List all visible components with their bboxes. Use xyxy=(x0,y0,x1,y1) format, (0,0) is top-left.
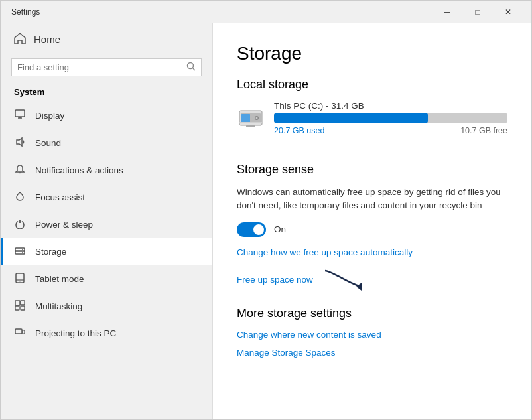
storage-icon xyxy=(14,245,26,258)
search-icon xyxy=(186,62,196,73)
sidebar-home[interactable]: Home xyxy=(1,23,212,56)
tablet-icon xyxy=(14,273,26,285)
svg-point-10 xyxy=(22,252,23,253)
storage-sense-desc: Windows can automatically free up space … xyxy=(237,186,507,213)
projecting-icon xyxy=(14,327,26,340)
home-icon xyxy=(14,33,26,46)
svg-rect-26 xyxy=(246,125,255,127)
free-up-space-row: Free up space now xyxy=(237,265,507,295)
arrow-annotation xyxy=(318,265,371,295)
notifications-label: Notifications & actions xyxy=(35,165,123,175)
minimize-button[interactable]: ─ xyxy=(432,3,462,21)
change-content-link[interactable]: Change where new content is saved xyxy=(237,330,507,340)
svg-rect-16 xyxy=(15,306,19,310)
toggle-row: On xyxy=(237,222,507,237)
manage-spaces-link[interactable]: Manage Storage Spaces xyxy=(237,348,507,358)
svg-rect-2 xyxy=(15,110,25,117)
svg-rect-27 xyxy=(239,122,262,123)
page-title: Storage xyxy=(237,43,507,64)
used-text: 20.7 GB used xyxy=(274,126,324,135)
power-icon xyxy=(14,218,26,231)
main-content: Storage Local storage This P xyxy=(213,23,531,419)
close-button[interactable]: ✕ xyxy=(493,3,523,21)
storage-label: Storage xyxy=(35,247,66,257)
sidebar-item-storage[interactable]: Storage xyxy=(1,238,212,265)
free-up-space-link[interactable]: Free up space now xyxy=(237,275,313,285)
more-settings-heading: More storage settings xyxy=(237,307,507,320)
sound-label: Sound xyxy=(35,138,61,148)
svg-rect-14 xyxy=(15,301,20,305)
display-icon xyxy=(14,109,26,122)
maximize-button[interactable]: □ xyxy=(462,3,493,21)
sidebar-item-display[interactable]: Display xyxy=(1,102,212,129)
sidebar-item-notifications[interactable]: Notifications & actions xyxy=(1,157,212,184)
window-controls: ─ □ ✕ xyxy=(432,3,523,21)
display-label: Display xyxy=(35,111,64,121)
settings-window: Settings ─ □ ✕ Home xyxy=(0,0,532,420)
sidebar-item-sound[interactable]: Sound xyxy=(1,129,212,157)
search-input[interactable] xyxy=(17,62,182,72)
sidebar-item-focus[interactable]: Focus assist xyxy=(1,184,212,211)
multitasking-label: Multitasking xyxy=(35,301,82,311)
change-free-space-link[interactable]: Change how we free up space automaticall… xyxy=(237,247,507,257)
drive-info: This PC (C:) - 31.4 GB 20.7 GB used 10.7… xyxy=(274,101,507,135)
title-bar: Settings ─ □ ✕ xyxy=(1,1,531,23)
svg-point-0 xyxy=(188,63,194,69)
svg-rect-18 xyxy=(15,329,22,334)
focus-label: Focus assist xyxy=(35,192,85,202)
power-label: Power & sleep xyxy=(35,220,93,230)
storage-sense-toggle[interactable] xyxy=(237,222,266,237)
svg-marker-5 xyxy=(17,138,22,146)
svg-point-13 xyxy=(19,281,21,282)
drive-item: This PC (C:) - 31.4 GB 20.7 GB used 10.7… xyxy=(237,101,507,135)
multitasking-icon xyxy=(14,300,26,313)
svg-rect-17 xyxy=(21,306,25,310)
drive-icon xyxy=(237,104,265,132)
svg-rect-19 xyxy=(23,330,25,334)
tablet-label: Tablet mode xyxy=(35,274,84,284)
window-title: Settings xyxy=(11,7,40,17)
search-bar[interactable] xyxy=(11,58,202,76)
svg-point-9 xyxy=(22,249,23,250)
free-text: 10.7 GB free xyxy=(460,126,507,135)
sidebar-item-multitasking[interactable]: Multitasking xyxy=(1,293,212,320)
focus-icon xyxy=(14,191,26,204)
home-label: Home xyxy=(34,34,60,45)
sidebar-item-power[interactable]: Power & sleep xyxy=(1,211,212,238)
notifications-icon xyxy=(14,164,26,176)
drive-name: This PC (C:) - 31.4 GB xyxy=(274,101,507,111)
drive-stats: 20.7 GB used 10.7 GB free xyxy=(274,126,507,135)
svg-marker-28 xyxy=(356,283,362,291)
progress-bar xyxy=(274,113,507,123)
toggle-knob xyxy=(253,224,264,235)
sidebar-item-projecting[interactable]: Projecting to this PC xyxy=(1,320,212,347)
svg-line-1 xyxy=(193,68,196,71)
projecting-label: Projecting to this PC xyxy=(35,328,116,338)
sidebar-item-tablet[interactable]: Tablet mode xyxy=(1,265,212,293)
svg-rect-23 xyxy=(241,114,250,122)
svg-rect-15 xyxy=(21,301,25,305)
sidebar: Home System xyxy=(1,23,213,419)
sound-icon xyxy=(14,137,26,149)
svg-point-25 xyxy=(256,117,258,119)
section-label: System xyxy=(1,84,212,102)
toggle-label: On xyxy=(274,224,286,234)
local-storage-heading: Local storage xyxy=(237,78,507,92)
content-area: Home System xyxy=(1,23,531,419)
progress-bar-fill xyxy=(274,113,428,123)
storage-sense-heading: Storage sense xyxy=(237,163,507,176)
divider-1 xyxy=(237,149,507,149)
